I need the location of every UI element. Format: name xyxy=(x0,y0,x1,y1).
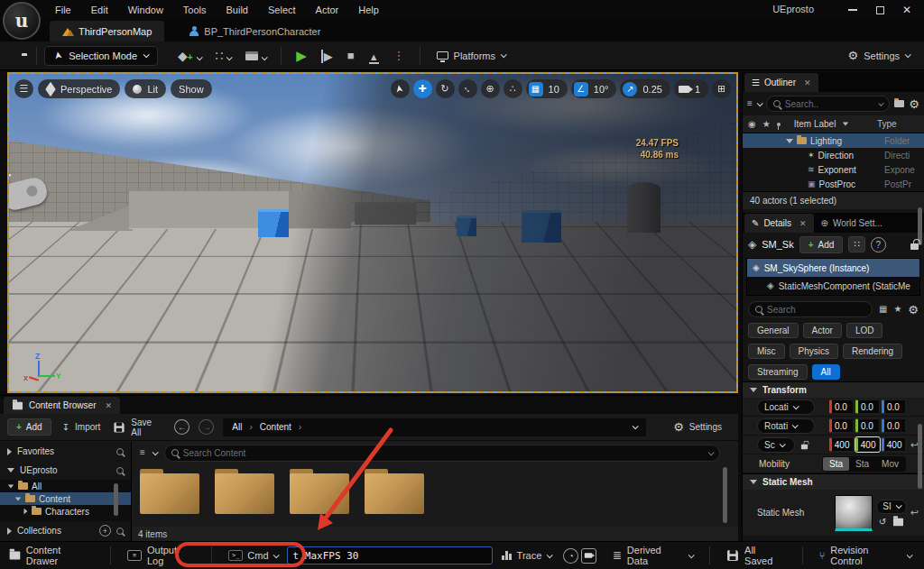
surface-snap-button[interactable]: ∴ xyxy=(504,79,522,98)
frame-skip-button[interactable]: ▶ xyxy=(314,49,340,63)
eject-button[interactable]: ▲ xyxy=(362,49,386,63)
rotation-x-field[interactable]: 0.0 xyxy=(829,418,854,433)
derived-data-dropdown[interactable]: ≣ Derived Data xyxy=(604,545,703,566)
menu-help[interactable]: Help xyxy=(348,1,389,19)
menu-file[interactable]: File xyxy=(45,1,81,19)
menu-tools[interactable]: Tools xyxy=(173,1,217,19)
scale-dropdown[interactable]: Sc xyxy=(757,437,795,453)
grid-snap-button[interactable]: ▦10 xyxy=(526,79,568,98)
outliner-search-input[interactable] xyxy=(785,99,874,109)
forward-button[interactable]: → xyxy=(199,419,214,435)
viewport-menu-button[interactable]: ☰ xyxy=(14,79,33,98)
browse-to-asset-icon[interactable] xyxy=(893,518,903,526)
outliner-row-lighting[interactable]: Lighting Folder xyxy=(743,133,924,148)
outliner-search[interactable] xyxy=(766,96,891,112)
transform-section-header[interactable]: Transform xyxy=(743,381,924,398)
location-dropdown[interactable]: Locati xyxy=(757,399,815,415)
insights-button[interactable]: ◔ xyxy=(563,548,578,564)
content-scrollbar[interactable] xyxy=(723,467,727,523)
cmd-dropdown[interactable]: >_ Cmd xyxy=(219,550,286,561)
outliner-row-directionallight[interactable]: ✶ Direction Directi xyxy=(743,148,924,162)
tab-details[interactable]: ✎ Details ✕ xyxy=(744,214,814,233)
search-icon[interactable] xyxy=(116,528,124,535)
scale-tool-button[interactable]: ↔ xyxy=(458,79,477,98)
platforms-dropdown[interactable]: Platforms xyxy=(428,50,514,61)
visibility-column-icon[interactable]: ◉ xyxy=(748,120,756,129)
details-search-input[interactable] xyxy=(767,305,865,315)
display-options-icon[interactable]: ▦ xyxy=(879,305,887,314)
import-button[interactable]: ↧Import xyxy=(60,422,103,432)
add-component-button[interactable]: +Add xyxy=(799,236,844,253)
search-icon[interactable] xyxy=(116,467,124,474)
mobility-stationary[interactable]: Sta xyxy=(849,457,875,471)
location-z-field[interactable]: 0.0 xyxy=(882,399,906,414)
favorites-icon[interactable]: ★ xyxy=(893,305,901,314)
chevron-down-icon[interactable] xyxy=(152,449,159,455)
unlock-icon[interactable] xyxy=(910,243,919,250)
pin-column-icon[interactable] xyxy=(777,123,781,126)
camera-speed-button[interactable]: 1 xyxy=(674,79,708,98)
component-row-skysphere[interactable]: ◈ SM_SkySphere (Instance) xyxy=(747,259,919,277)
reset-icon[interactable]: ↩ xyxy=(910,508,919,518)
maximize-viewport-button[interactable]: ⊞ xyxy=(712,79,731,98)
revision-control-dropdown[interactable]: ⑂ Revision Control xyxy=(810,545,920,566)
favorites-section[interactable]: Favorites xyxy=(0,442,131,461)
create-folder-icon[interactable] xyxy=(894,100,904,107)
snapshot-button[interactable] xyxy=(581,548,596,564)
scale-snap-button[interactable]: ↗0.25 xyxy=(620,79,670,98)
category-rendering[interactable]: Rendering xyxy=(843,344,902,359)
cinematics-button[interactable] xyxy=(238,49,273,63)
trace-dropdown[interactable]: Trace xyxy=(493,550,561,561)
collections-section[interactable]: Collections + xyxy=(0,521,131,540)
mesh-asset-dropdown[interactable]: SI xyxy=(876,500,906,514)
location-x-field[interactable]: 0.0 xyxy=(829,399,854,414)
menu-window[interactable]: Window xyxy=(118,1,173,19)
filter-icon[interactable]: ≡ xyxy=(140,448,145,457)
category-lod[interactable]: LOD xyxy=(846,323,883,338)
asset-folder[interactable] xyxy=(215,469,274,514)
move-tool-button[interactable]: ✚ xyxy=(413,79,432,98)
rotation-dropdown[interactable]: Rotati xyxy=(757,418,815,434)
static-mesh-thumbnail[interactable] xyxy=(835,495,873,531)
all-saved-button[interactable]: All Saved xyxy=(717,545,794,566)
expand-icon[interactable] xyxy=(786,139,793,143)
column-type[interactable]: Type xyxy=(877,119,919,129)
mobility-static[interactable]: Sta xyxy=(823,457,849,471)
tree-item-content[interactable]: Content xyxy=(0,492,131,505)
close-button[interactable]: ✕ xyxy=(893,1,920,19)
rotation-y-field[interactable]: 0.0 xyxy=(855,418,880,433)
tree-scrollbar[interactable] xyxy=(114,483,118,516)
filter-icon[interactable]: ≡ xyxy=(747,99,753,108)
details-search[interactable] xyxy=(748,301,873,317)
gear-icon[interactable]: ⚙ xyxy=(908,304,919,316)
tree-item-all[interactable]: All xyxy=(0,480,131,492)
output-log-button[interactable]: ≡ Output Log xyxy=(118,545,204,566)
rotation-z-field[interactable]: 0.0 xyxy=(882,418,906,433)
add-actor-button[interactable]: ◆+ xyxy=(171,49,208,63)
settings-dropdown[interactable]: ⚙ Settings xyxy=(839,50,919,61)
tree-item-characters[interactable]: Characters xyxy=(0,505,131,518)
outliner-row-postprocess[interactable]: ▣ PostProc PostPr xyxy=(743,177,924,191)
column-item-label[interactable]: Item Label xyxy=(794,119,836,129)
category-streaming[interactable]: Streaming xyxy=(748,364,808,380)
mobility-segmented-control[interactable]: Sta Sta Mov xyxy=(822,456,906,472)
breadcrumb-content[interactable]: Content xyxy=(260,422,291,432)
location-y-field[interactable]: 0.0 xyxy=(855,399,880,414)
chevron-down-icon[interactable] xyxy=(633,423,639,429)
asset-folder[interactable] xyxy=(365,469,424,514)
play-button[interactable]: ▶ xyxy=(289,48,314,64)
menu-build[interactable]: Build xyxy=(217,1,258,19)
use-selected-icon[interactable]: ↺ xyxy=(879,518,886,527)
unreal-logo[interactable]: u xyxy=(3,2,41,40)
asset-folder[interactable] xyxy=(290,469,349,514)
tab-bp-thirdpersoncharacter[interactable]: BP_ThirdPersonCharacter xyxy=(177,21,333,41)
search-icon[interactable] xyxy=(116,448,124,455)
selection-mode-dropdown[interactable]: ➤ Selection Mode xyxy=(44,46,158,66)
perspective-dropdown[interactable]: Perspective xyxy=(38,79,120,98)
close-icon[interactable]: ✕ xyxy=(105,401,112,410)
close-icon[interactable]: ✕ xyxy=(804,78,811,87)
favorite-column-icon[interactable]: ★ xyxy=(762,120,771,129)
blueprints-button[interactable]: ∷ xyxy=(208,49,239,63)
tab-thirdpersonmap[interactable]: ThirdPersonMap xyxy=(50,21,164,41)
outliner-row-heightfog[interactable]: ≋ Exponent Expone xyxy=(743,162,924,177)
